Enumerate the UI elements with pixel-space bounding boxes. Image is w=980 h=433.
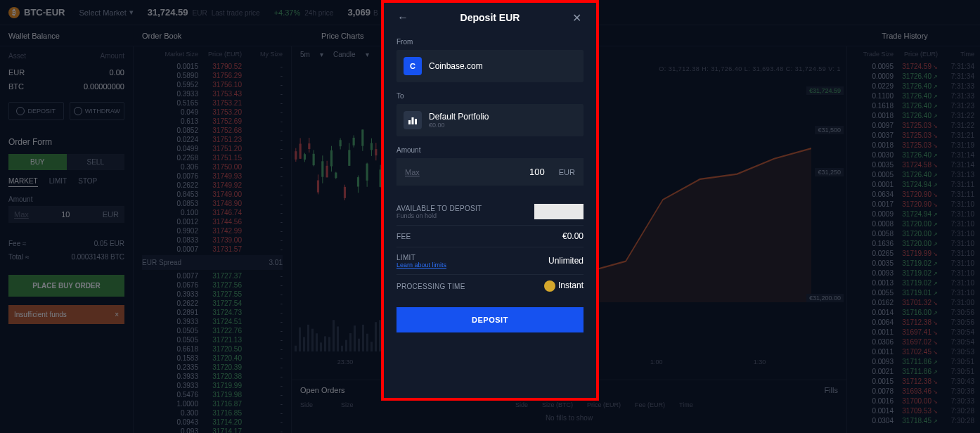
portfolio-icon	[404, 111, 422, 129]
modal-title: Deposit EUR	[460, 12, 520, 23]
to-label: To	[396, 92, 584, 100]
modal-fee-value: €0.00	[562, 231, 584, 241]
modal-max-link[interactable]: Max	[396, 160, 428, 185]
modal-amount-value: 100	[428, 158, 550, 186]
modal-fee-label: FEE	[396, 233, 411, 240]
deposit-submit-button[interactable]: DEPOSIT	[396, 307, 584, 332]
modal-amount-label: Amount	[396, 146, 584, 154]
modal-amount-input[interactable]: Max 100 EUR	[396, 158, 584, 186]
limit-value: Unlimited	[548, 256, 584, 266]
svg-rect-150	[408, 120, 411, 124]
svg-rect-151	[412, 117, 414, 124]
from-label: From	[396, 38, 584, 46]
lightning-icon	[544, 280, 555, 292]
limit-label: LIMIT	[396, 254, 415, 261]
coinbase-icon: C	[404, 57, 422, 75]
close-icon[interactable]: ✕	[571, 11, 584, 24]
limit-row: LIMIT Learn about limits Unlimited	[396, 247, 584, 275]
limit-link[interactable]: Learn about limits	[396, 261, 446, 269]
deposit-modal: ← Deposit EUR ✕ From C Coinbase.com To D…	[381, 0, 599, 401]
available-row: AVAILABLE TO DEPOSIT Funds on hold	[396, 198, 584, 226]
processing-label: PROCESSING TIME	[396, 283, 465, 290]
from-account-card[interactable]: C Coinbase.com	[396, 50, 584, 82]
processing-value: Instant	[544, 280, 584, 292]
to-title: Default Portfolio	[429, 112, 489, 122]
to-account-card[interactable]: Default Portfolio €0.00	[396, 104, 584, 136]
back-icon[interactable]: ←	[396, 11, 409, 24]
modal-amount-unit: EUR	[550, 160, 584, 185]
available-sub: Funds on hold	[396, 212, 482, 219]
available-label: AVAILABLE TO DEPOSIT	[396, 205, 482, 212]
fee-row: FEE €0.00	[396, 226, 584, 247]
to-sub: €0.00	[429, 122, 489, 129]
from-title: Coinbase.com	[429, 61, 483, 71]
svg-rect-152	[415, 119, 417, 124]
processing-row: PROCESSING TIME Instant	[396, 275, 584, 297]
available-value-redacted	[534, 204, 584, 219]
